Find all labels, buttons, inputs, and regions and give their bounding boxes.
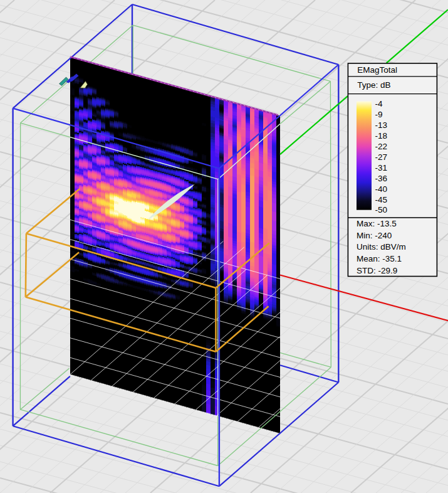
svg-text:Units: dBV/m: Units: dBV/m <box>357 242 406 252</box>
svg-text:Min: -240: Min: -240 <box>357 231 392 240</box>
svg-text:-13: -13 <box>375 120 388 130</box>
svg-text:-27: -27 <box>375 152 388 162</box>
svg-text:STD: -29.9: STD: -29.9 <box>357 266 397 275</box>
svg-text:-9: -9 <box>375 110 383 119</box>
svg-text:Max: -13.5: Max: -13.5 <box>357 219 397 228</box>
svg-text:-36: -36 <box>375 174 388 183</box>
svg-text:Type: dB: Type: dB <box>357 80 390 90</box>
svg-text:EMagTotal: EMagTotal <box>357 65 397 75</box>
svg-text:-22: -22 <box>375 142 388 151</box>
svg-text:-50: -50 <box>375 205 388 215</box>
svg-text:-18: -18 <box>375 131 388 140</box>
svg-text:-4: -4 <box>375 99 383 109</box>
svg-text:-40: -40 <box>375 184 388 194</box>
svg-text:Mean: -35.1: Mean: -35.1 <box>357 254 402 263</box>
svg-text:-31: -31 <box>375 163 388 172</box>
svg-text:-45: -45 <box>375 195 388 204</box>
